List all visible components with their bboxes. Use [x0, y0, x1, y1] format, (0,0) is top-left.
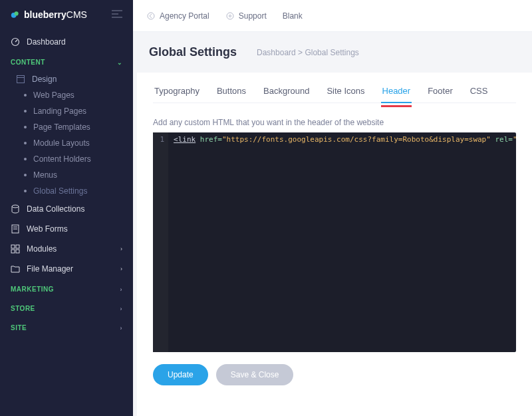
topbar-support-label: Support — [239, 11, 267, 21]
tab-typography[interactable]: Typography — [153, 79, 201, 103]
database-icon — [11, 204, 20, 214]
svg-point-5 — [12, 205, 19, 208]
save-close-button[interactable]: Save & Close — [216, 364, 294, 385]
nav-layouts[interactable]: Module Layouts — [0, 135, 133, 151]
modules-icon — [11, 244, 20, 254]
back-arrow-icon — [146, 11, 156, 21]
tab-siteicons[interactable]: Site Icons — [325, 79, 366, 103]
nav-holders-label: Content Holders — [33, 154, 91, 164]
content-card: Typography Buttons Background Site Icons… — [137, 73, 532, 416]
nav-section-marketing[interactable]: MARKETING› — [0, 279, 133, 298]
nav-dashboard-label: Dashboard — [27, 37, 66, 47]
topbar-agency[interactable]: Agency Portal — [146, 11, 209, 21]
breadcrumb: Dashboard > Global Settings — [257, 48, 359, 57]
nav-store-label: STORE — [11, 305, 35, 312]
form-buttons: Update Save & Close — [153, 364, 516, 385]
tab-footer[interactable]: Footer — [426, 79, 454, 103]
editor-gutter: 1 — [153, 132, 168, 352]
chevron-down-icon: ⌄ — [117, 59, 123, 66]
nav-site-label: SITE — [11, 324, 27, 331]
topbar-support[interactable]: Support — [225, 11, 267, 21]
nav-globalsettings[interactable]: Global Settings — [0, 183, 133, 199]
nav-section-store[interactable]: STORE› — [0, 298, 133, 317]
logo-row: blueberryCMS — [0, 9, 133, 32]
bullet-icon — [24, 190, 27, 192]
tab-background[interactable]: Background — [262, 79, 311, 103]
logo[interactable]: blueberryCMS — [11, 9, 87, 20]
main: Agency Portal Support Blank Global Setti… — [133, 0, 532, 416]
topbar-blank-label: Blank — [283, 11, 303, 21]
nav-landing-label: Landing Pages — [33, 106, 86, 116]
chevron-right-icon: › — [120, 325, 123, 331]
nav-holders[interactable]: Content Holders — [0, 151, 133, 167]
breadcrumb-1[interactable]: Dashboard — [257, 48, 296, 57]
nav-menus[interactable]: Menus — [0, 167, 133, 183]
sidebar: blueberryCMS Dashboard CONTENT ⌄ Design … — [0, 0, 133, 416]
chevron-right-icon: › — [120, 246, 122, 252]
menu-toggle-icon[interactable] — [112, 10, 122, 20]
svg-rect-9 — [11, 245, 15, 248]
nav-filemanager[interactable]: File Manager › — [0, 259, 133, 279]
tab-header[interactable]: Header — [381, 79, 412, 103]
bullet-icon — [24, 174, 27, 176]
chevron-right-icon: › — [120, 286, 123, 293]
breadcrumb-sep: > — [298, 48, 303, 57]
topbar-blank[interactable]: Blank — [283, 11, 303, 21]
svg-rect-12 — [16, 250, 19, 253]
bullet-icon — [24, 126, 27, 128]
code-editor[interactable]: 1 <link href="https://fonts.googleapis.c… — [153, 132, 516, 352]
nav-dashboard[interactable]: Dashboard — [0, 32, 133, 52]
bullet-icon — [24, 142, 27, 144]
nav-modules[interactable]: Modules › — [0, 239, 133, 259]
bullet-icon — [24, 158, 27, 160]
nav-templates-label: Page Templates — [33, 122, 90, 132]
topbar: Agency Portal Support Blank — [133, 0, 532, 32]
nav-design-label: Design — [32, 75, 57, 84]
nav-datacollections-label: Data Collections — [27, 204, 84, 214]
nav-globalsettings-label: Global Settings — [33, 186, 87, 196]
nav-modules-label: Modules — [27, 244, 57, 254]
design-icon — [16, 75, 25, 84]
editor-code[interactable]: <link href="https://fonts.googleapis.com… — [168, 132, 516, 352]
nav-section-site[interactable]: SITE› — [0, 317, 133, 337]
nav-webforms-label: Web Forms — [27, 224, 68, 234]
line-number: 1 — [160, 135, 164, 144]
folder-icon — [11, 264, 20, 274]
page-header: Global Settings Dashboard > Global Setti… — [133, 32, 532, 73]
nav-webpages[interactable]: Web Pages — [0, 87, 133, 103]
tab-buttons[interactable]: Buttons — [215, 79, 247, 103]
nav-datacollections[interactable]: Data Collections — [0, 199, 133, 219]
topbar-agency-label: Agency Portal — [160, 11, 209, 21]
nav-layouts-label: Module Layouts — [33, 138, 90, 148]
nav-section-content-label: CONTENT — [11, 59, 45, 66]
svg-rect-3 — [17, 76, 25, 83]
tab-css[interactable]: CSS — [469, 79, 489, 103]
svg-rect-11 — [11, 250, 15, 253]
svg-point-15 — [229, 15, 231, 17]
update-button[interactable]: Update — [153, 364, 208, 385]
page-title: Global Settings — [149, 45, 237, 59]
dashboard-icon — [11, 37, 20, 47]
breadcrumb-2: Global Settings — [305, 48, 358, 57]
tabs: Typography Buttons Background Site Icons… — [153, 73, 516, 103]
logo-icon — [11, 10, 20, 19]
svg-point-14 — [227, 13, 233, 19]
nav-menus-label: Menus — [33, 170, 57, 180]
logo-text: blueberryCMS — [24, 9, 87, 20]
nav-landing[interactable]: Landing Pages — [0, 103, 133, 119]
nav-section-content[interactable]: CONTENT ⌄ — [0, 52, 133, 71]
svg-point-13 — [148, 13, 154, 19]
nav-marketing-label: MARKETING — [11, 286, 54, 293]
chevron-right-icon: › — [120, 306, 123, 312]
nav-templates[interactable]: Page Templates — [0, 119, 133, 135]
nav-webpages-label: Web Pages — [33, 91, 74, 100]
bullet-icon — [24, 94, 27, 97]
forms-icon — [11, 224, 20, 234]
bullet-icon — [24, 110, 27, 112]
nav-webforms[interactable]: Web Forms — [0, 219, 133, 239]
svg-point-1 — [14, 11, 18, 15]
nav-filemanager-label: File Manager — [27, 264, 73, 274]
svg-rect-10 — [16, 245, 19, 248]
nav-design[interactable]: Design — [0, 71, 133, 87]
editor-helptext: Add any custom HTML that you want in the… — [153, 103, 516, 132]
